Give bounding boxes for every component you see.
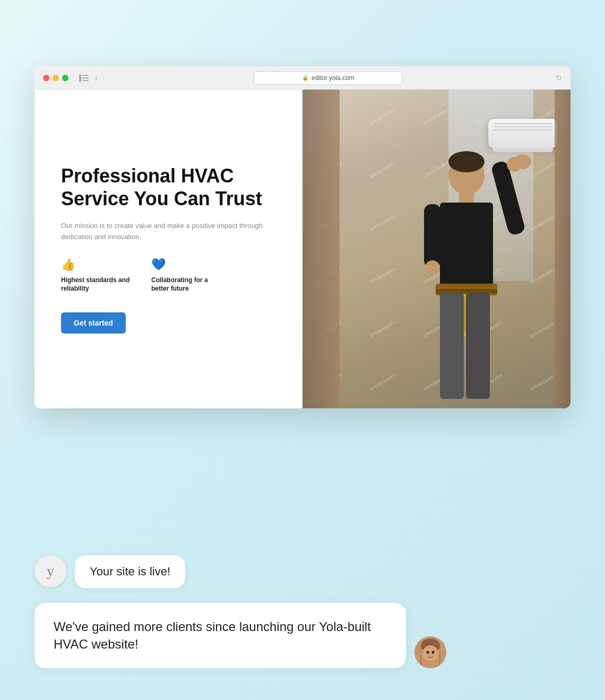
svg-rect-10 [490, 160, 526, 237]
reload-icon[interactable]: ↻ [556, 74, 562, 82]
user-avatar [414, 636, 446, 668]
svg-rect-0 [79, 74, 81, 82]
user-message-bubble: We've gained more clients since launchin… [34, 603, 406, 668]
svg-point-24 [427, 651, 429, 654]
feature-standards: 👍 Highest standards and reliability [61, 258, 130, 294]
yola-avatar: y [34, 555, 66, 587]
heart-icon: 💙 [151, 258, 220, 272]
svg-rect-8 [424, 204, 441, 268]
hero-left-panel: Professional HVAC Service You Can Trust … [34, 90, 302, 408]
traffic-light-yellow[interactable] [53, 75, 59, 81]
address-bar-wrapper: 🔒 editor.yola.com [111, 71, 545, 85]
user-message-row: We've gained more clients since launchin… [34, 603, 571, 668]
svg-point-9 [425, 260, 440, 275]
svg-point-12 [514, 154, 531, 169]
svg-rect-20 [466, 293, 490, 399]
get-started-button[interactable]: Get started [61, 312, 126, 334]
url-text: editor.yola.com [312, 74, 355, 82]
chat-section: y Your site is live! We've gained more c… [34, 555, 571, 668]
technician-figure [392, 111, 541, 408]
feature-standards-label: Highest standards and reliability [61, 276, 130, 294]
sidebar-toggle-icon[interactable] [79, 74, 89, 82]
back-icon[interactable]: ‹ [95, 73, 98, 83]
hero-description: Our mission is to create value and make … [61, 221, 276, 243]
svg-point-25 [432, 651, 435, 654]
website-content: Professional HVAC Service You Can Trust … [34, 90, 571, 408]
svg-point-5 [448, 151, 485, 172]
thumbs-up-icon: 👍 [61, 258, 130, 272]
user-avatar-image [414, 636, 446, 668]
traffic-lights [43, 75, 68, 81]
traffic-light-green[interactable] [62, 75, 68, 81]
svg-rect-14 [436, 289, 497, 293]
curtain-right [555, 90, 571, 408]
svg-rect-3 [82, 80, 89, 81]
browser-toolbar: ‹ › 🔒 editor.yola.com ↻ [34, 66, 571, 90]
hero-title: Professional HVAC Service You Can Trust [61, 164, 276, 210]
browser-window: ‹ › 🔒 editor.yola.com ↻ Professional HVA… [34, 66, 571, 408]
bot-message-bubble: Your site is live! [75, 555, 185, 588]
hero-background: Unsplash+ Unsplash+ Unsplash+ Unsplash+ … [302, 90, 571, 408]
hero-right-panel: Unsplash+ Unsplash+ Unsplash+ Unsplash+ … [302, 90, 571, 408]
forward-icon[interactable]: › [102, 73, 105, 83]
browser-nav: ‹ › [95, 73, 105, 83]
curtain-left [302, 90, 340, 408]
svg-point-23 [422, 645, 438, 661]
bot-message-row: y Your site is live! [34, 555, 571, 588]
address-bar[interactable]: 🔒 editor.yola.com [254, 71, 402, 85]
traffic-light-red[interactable] [43, 75, 49, 81]
lock-icon: 🔒 [302, 75, 308, 81]
svg-rect-7 [440, 203, 493, 293]
features-row: 👍 Highest standards and reliability 💙 Co… [61, 258, 276, 294]
svg-rect-1 [82, 75, 89, 76]
feature-collaboration: 💙 Collaborating for a better future [151, 258, 220, 294]
svg-rect-19 [440, 293, 464, 399]
feature-collaboration-label: Collaborating for a better future [151, 276, 220, 294]
svg-rect-2 [82, 77, 89, 78]
